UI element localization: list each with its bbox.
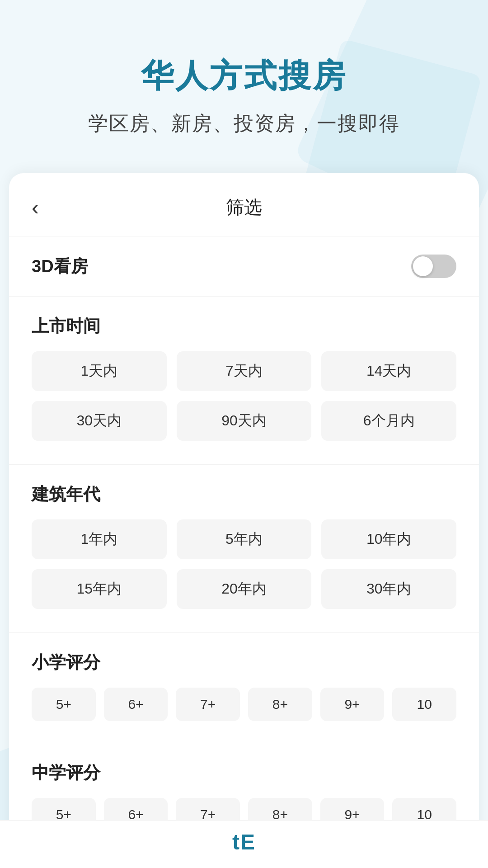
primary-school-group: 小学评分 5+ 6+ 7+ 8+ 9+ 10 — [9, 633, 479, 743]
3d-tour-toggle[interactable] — [411, 255, 456, 278]
app-title: 华人方式搜房 — [27, 54, 461, 98]
app-subtitle: 学区房、新房、投资房，一搜即得 — [27, 110, 461, 137]
middle-school-title: 中学评分 — [32, 761, 456, 784]
build-year-title: 建筑年代 — [32, 483, 456, 506]
primary-school-row: 5+ 6+ 7+ 8+ 9+ 10 — [32, 688, 456, 721]
listing-time-row-2: 30天内 90天内 6个月内 — [32, 401, 456, 441]
listing-time-btn-3[interactable]: 30天内 — [32, 401, 167, 441]
primary-school-btn-5[interactable]: 10 — [392, 688, 456, 721]
toggle-knob — [413, 256, 433, 276]
back-button[interactable]: ‹ — [32, 197, 39, 218]
3d-tour-label: 3D看房 — [32, 255, 88, 278]
listing-time-btn-4[interactable]: 90天内 — [177, 401, 312, 441]
build-year-btn-5[interactable]: 30年内 — [321, 569, 456, 609]
filter-card: ‹ 筛选 3D看房 上市时间 1天内 7天内 14天内 30天内 90天内 6个… — [9, 173, 479, 868]
listing-time-btn-5[interactable]: 6个月内 — [321, 401, 456, 441]
nav-bar: ‹ 筛选 — [9, 173, 479, 236]
primary-school-title: 小学评分 — [32, 651, 456, 674]
build-year-btn-4[interactable]: 20年内 — [177, 569, 312, 609]
build-year-row-1: 1年内 5年内 10年内 — [32, 519, 456, 559]
primary-school-btn-0[interactable]: 5+ — [32, 688, 96, 721]
listing-time-btn-2[interactable]: 14天内 — [321, 351, 456, 391]
listing-time-btn-1[interactable]: 7天内 — [177, 351, 312, 391]
build-year-btn-2[interactable]: 10年内 — [321, 519, 456, 559]
build-year-btn-1[interactable]: 5年内 — [177, 519, 312, 559]
build-year-btn-3[interactable]: 15年内 — [32, 569, 167, 609]
primary-school-btn-4[interactable]: 9+ — [320, 688, 385, 721]
build-year-btn-0[interactable]: 1年内 — [32, 519, 167, 559]
header: 华人方式搜房 学区房、新房、投资房，一搜即得 — [0, 0, 488, 173]
build-year-group: 建筑年代 1年内 5年内 10年内 15年内 20年内 30年内 — [9, 465, 479, 633]
primary-school-btn-3[interactable]: 8+ — [248, 688, 312, 721]
3d-tour-row: 3D看房 — [9, 236, 479, 297]
app-logo: tE — [232, 830, 256, 854]
primary-school-btn-1[interactable]: 6+ — [104, 688, 168, 721]
listing-time-btn-0[interactable]: 1天内 — [32, 351, 167, 391]
page-title: 筛选 — [226, 195, 262, 220]
listing-time-row-1: 1天内 7天内 14天内 — [32, 351, 456, 391]
listing-time-title: 上市时间 — [32, 315, 456, 338]
primary-school-btn-2[interactable]: 7+ — [176, 688, 240, 721]
build-year-row-2: 15年内 20年内 30年内 — [32, 569, 456, 609]
listing-time-group: 上市时间 1天内 7天内 14天内 30天内 90天内 6个月内 — [9, 297, 479, 465]
bottom-bar: tE — [0, 820, 488, 868]
